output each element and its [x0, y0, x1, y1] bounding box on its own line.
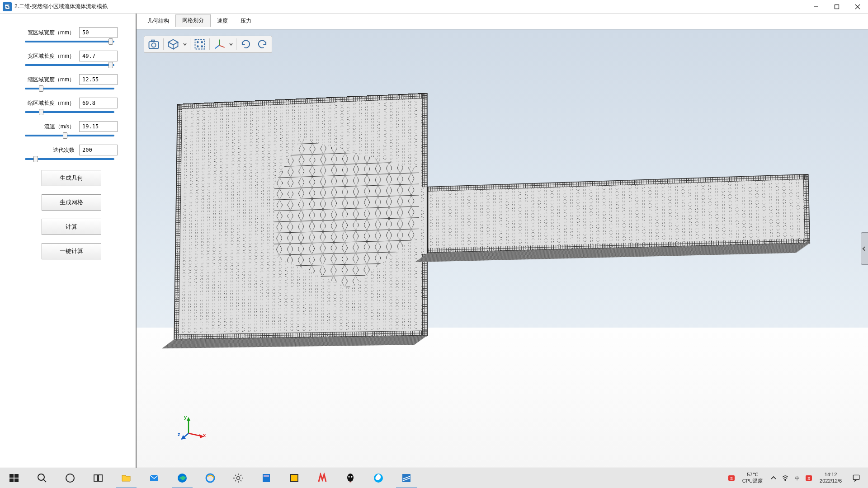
wide-length-input[interactable]	[79, 51, 118, 61]
tray-wifi-icon[interactable]	[781, 474, 790, 483]
ie-icon[interactable]	[196, 468, 224, 488]
view-cube-dropdown-icon[interactable]	[183, 42, 187, 46]
compute-button[interactable]: 计算	[42, 219, 101, 235]
settings-icon[interactable]	[224, 468, 252, 488]
svg-rect-8	[195, 40, 205, 49]
narrow-length-slider[interactable]	[25, 111, 114, 113]
tab-pressure[interactable]: 压力	[234, 15, 258, 27]
iterations-slider[interactable]	[25, 158, 114, 160]
svg-rect-29	[94, 475, 98, 481]
axes-dropdown-icon[interactable]	[229, 42, 233, 46]
tab-velocity[interactable]: 速度	[211, 15, 234, 27]
narrow-width-slider[interactable]	[25, 88, 114, 89]
temp-label: CPU温度	[742, 478, 763, 484]
sticky-notes-icon[interactable]	[280, 468, 308, 488]
start-button[interactable]	[0, 468, 28, 488]
cpu-temp-readout[interactable]: 57℃ CPU温度	[739, 472, 766, 484]
qq-icon[interactable]	[336, 468, 364, 488]
svg-rect-30	[99, 475, 102, 481]
rotate-cw-icon[interactable]	[239, 38, 253, 51]
svg-rect-38	[291, 475, 297, 481]
svg-text:S: S	[730, 476, 733, 481]
tray-sogou2-icon[interactable]: S	[804, 474, 813, 483]
tab-geometry[interactable]: 几何结构	[141, 15, 175, 27]
tab-bar: 几何结构 网格划分 速度 压力	[137, 14, 868, 27]
svg-text:中: 中	[795, 475, 800, 481]
search-icon[interactable]	[28, 468, 56, 488]
axis-z-label: z	[178, 432, 180, 437]
task-view-icon[interactable]	[84, 468, 112, 488]
svg-point-28	[66, 474, 74, 482]
calculator-icon[interactable]	[252, 468, 280, 488]
svg-rect-31	[150, 475, 158, 481]
param-label: 迭代次数	[25, 146, 75, 154]
windows-taskbar: S 57℃ CPU温度 中 S 14:12 2022/12/6	[0, 468, 868, 488]
cortana-icon[interactable]	[56, 468, 84, 488]
viewport-side-handle[interactable]	[861, 232, 868, 265]
svg-rect-24	[9, 479, 14, 482]
parameters-sidebar: 宽区域宽度（mm） 宽区域长度（mm） 缩区域宽度（mm） 缩区域长度（mm） …	[0, 14, 136, 468]
tray-chevron-up-icon[interactable]	[769, 474, 778, 483]
file-explorer-icon[interactable]	[112, 468, 140, 488]
tray-sogou-icon[interactable]: S	[727, 474, 736, 483]
window-controls	[806, 0, 868, 14]
param-label: 宽区域宽度（mm）	[25, 29, 75, 37]
close-button[interactable]	[847, 0, 868, 14]
tray-ime-icon[interactable]: 中	[793, 474, 802, 483]
svg-rect-25	[14, 479, 19, 482]
param-label: 流速（m/s）	[25, 123, 75, 131]
3d-viewport[interactable]: y x z	[137, 29, 868, 468]
maximize-button[interactable]	[826, 0, 847, 14]
svg-point-34	[237, 477, 240, 480]
browser-icon[interactable]	[364, 468, 392, 488]
param-label: 缩区域宽度（mm）	[25, 76, 75, 84]
svg-line-27	[43, 479, 46, 482]
rotate-ccw-icon[interactable]	[255, 38, 269, 51]
svg-rect-50	[853, 475, 859, 479]
clock[interactable]: 14:12 2022/12/6	[816, 472, 845, 484]
velocity-input[interactable]	[79, 121, 118, 132]
svg-rect-23	[14, 474, 19, 478]
app-icon	[3, 2, 12, 11]
wide-width-input[interactable]	[79, 27, 118, 38]
temp-value: 57℃	[742, 472, 763, 478]
window-titlebar: 2.二维-突然缩小区域流体流体流动模拟	[0, 0, 868, 14]
param-label: 宽区域长度（mm）	[25, 52, 75, 60]
content-area: 几何结构 网格划分 速度 压力	[136, 14, 868, 468]
svg-point-41	[351, 476, 353, 478]
narrow-length-input[interactable]	[79, 98, 118, 108]
one-click-compute-button[interactable]: 一键计算	[42, 243, 101, 259]
generate-geometry-button[interactable]: 生成几何	[42, 170, 101, 186]
svg-line-15	[215, 45, 219, 48]
wide-length-slider[interactable]	[25, 64, 114, 66]
iterations-input[interactable]	[79, 145, 118, 155]
svg-text:S: S	[807, 476, 810, 481]
svg-point-6	[151, 43, 156, 47]
svg-rect-36	[264, 475, 269, 477]
narrow-width-input[interactable]	[79, 74, 118, 85]
mesh-model	[174, 76, 815, 357]
edge-icon[interactable]	[168, 468, 196, 488]
generate-mesh-button[interactable]: 生成网格	[42, 194, 101, 211]
wide-width-slider[interactable]	[25, 41, 114, 42]
param-label: 缩区域长度（mm）	[25, 99, 75, 107]
viewport-toolbar	[144, 36, 272, 53]
minimize-button[interactable]	[806, 0, 826, 14]
svg-point-11	[197, 46, 198, 47]
wps-icon[interactable]	[308, 468, 336, 488]
svg-point-46	[785, 479, 786, 481]
velocity-slider[interactable]	[25, 135, 114, 136]
axes-icon[interactable]	[212, 38, 226, 51]
axis-y-label: y	[184, 414, 187, 420]
date-label: 2022/12/6	[820, 478, 842, 484]
camera-icon[interactable]	[147, 38, 160, 51]
tab-mesh[interactable]: 网格划分	[175, 14, 211, 27]
svg-rect-22	[9, 474, 14, 478]
action-center-icon[interactable]	[848, 468, 864, 488]
fit-view-icon[interactable]	[193, 38, 207, 51]
mail-icon[interactable]	[140, 468, 168, 488]
app-taskbar-icon[interactable]	[392, 468, 420, 488]
svg-point-40	[349, 476, 350, 478]
svg-point-39	[347, 474, 354, 482]
view-cube-icon[interactable]	[166, 38, 180, 51]
